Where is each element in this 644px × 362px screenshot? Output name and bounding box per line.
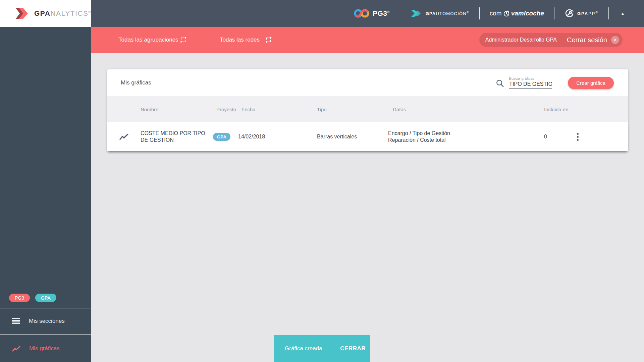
app-logo-comovamicoche[interactable]: com vamicoche — [490, 10, 544, 17]
close-session-icon[interactable]: ✕ — [611, 36, 619, 44]
topbar: PG3® GPAUTOMOCIÓN® com vamicoche — [91, 0, 644, 27]
data-line: Encargo / Tipo de Gestión — [388, 130, 450, 136]
wrench-icon — [565, 9, 574, 18]
user-session-pill: Administrador Desarrollo GPA Cerrar sesi… — [479, 33, 623, 47]
row-included-cell: 0 — [543, 134, 575, 140]
column-header-datos: Datos — [388, 107, 543, 112]
gpapp-label: GPAPP® — [577, 11, 598, 16]
column-header-incluida-en: Incluida en — [543, 107, 575, 112]
sidebar-item-label: Mis secciones — [29, 318, 65, 324]
table-row[interactable]: COSTE MEDIO POR TIPO DE GESTION GPA 14/0… — [107, 122, 628, 151]
row-project-cell: GPA — [213, 133, 238, 141]
topbar-divider — [608, 7, 609, 19]
sidebar-item-label: Mis gráficas — [29, 345, 60, 352]
sidebar: GPANALYTICS® PG3 GPA Mis secciones Mis g… — [0, 0, 91, 362]
line-chart-icon — [119, 133, 128, 140]
toast-message: Gráfica creada — [285, 345, 322, 352]
topbar-divider — [400, 7, 400, 19]
row-data-cell: Encargo / Tipo de Gestión Reparación / C… — [388, 130, 543, 143]
project-badge: GPA — [213, 133, 230, 141]
panel-header: Mis gráficas Buscar gráficas Crear gráfi… — [107, 69, 628, 96]
sidebar-item-mis-graficas[interactable]: Mis gráficas — [0, 335, 91, 362]
clock-icon — [503, 10, 510, 17]
table-header-row: Nombre Proyecto Fecha Tipo Datos Incluid… — [107, 96, 628, 122]
registered-mark: ® — [89, 10, 91, 14]
create-chart-button[interactable]: Crear gráfica — [568, 77, 614, 89]
search-area: Buscar gráficas Crear gráfica — [496, 76, 628, 89]
user-name-label: Administrador Desarrollo GPA — [485, 37, 557, 43]
panel-title: Mis gráficas — [121, 79, 151, 86]
row-chart-type-cell — [107, 133, 141, 140]
app-logo-pg3[interactable]: PG3® — [354, 8, 390, 18]
topbar-divider — [554, 7, 554, 19]
registered-mark: ® — [467, 11, 469, 14]
repeat-arrows-icon[interactable] — [265, 36, 273, 44]
infinity-loops-icon — [354, 8, 369, 18]
row-name-cell: COSTE MEDIO POR TIPO DE GESTION — [141, 130, 213, 143]
search-field: Buscar gráficas — [509, 76, 552, 89]
gpautomocion-label: GPAUTOMOCIÓN® — [426, 11, 469, 16]
column-header-fecha: Fecha — [238, 107, 317, 112]
app-logo-gpautomocion[interactable]: GPAUTOMOCIÓN® — [410, 9, 469, 18]
filter-bar: Todas las agrupaciones Todas las redes A… — [91, 27, 644, 53]
filter-groupings-label[interactable]: Todas las agrupaciones — [118, 37, 178, 43]
search-icon[interactable] — [496, 79, 504, 87]
menu-lines-icon — [12, 318, 20, 324]
registered-mark: ® — [595, 11, 598, 14]
app-logo-gpapp[interactable]: GPAPP® — [565, 9, 598, 18]
search-field-label: Buscar gráficas — [509, 76, 552, 80]
toast-close-button[interactable]: CERRAR — [340, 345, 366, 352]
row-date-cell: 14/02/2018 — [238, 134, 317, 140]
registered-mark: ® — [387, 10, 390, 14]
brand-wordmark: GPANALYTICS® — [34, 9, 91, 17]
badge-pg3[interactable]: PG3 — [9, 294, 30, 302]
collapse-arrow-icon[interactable]: ▲ — [621, 11, 625, 15]
my-charts-panel: Mis gráficas Buscar gráficas Crear gráfi… — [107, 69, 628, 151]
row-type-cell: Barras verticales — [317, 134, 388, 140]
search-input[interactable] — [509, 81, 552, 89]
comovamicoche-label: com vamicoche — [490, 10, 544, 17]
sidebar-badges: PG3 GPA — [9, 294, 56, 302]
line-chart-icon — [12, 346, 20, 352]
filter-networks-label[interactable]: Todas las redes — [220, 37, 260, 43]
sidebar-item-mis-secciones[interactable]: Mis secciones — [0, 308, 91, 335]
double-chevron-icon — [410, 9, 422, 18]
column-header-nombre: Nombre — [141, 107, 213, 112]
column-header-tipo: Tipo — [317, 107, 388, 112]
pg3-label: PG3® — [373, 9, 390, 17]
toast-snackbar: Gráfica creada CERRAR — [274, 335, 370, 362]
badge-gpa[interactable]: GPA — [35, 294, 56, 302]
kebab-menu-icon[interactable] — [576, 132, 580, 142]
repeat-arrows-icon[interactable] — [179, 36, 187, 44]
gpa-arrow-icon — [14, 7, 30, 20]
logout-button[interactable]: Cerrar sesión — [567, 36, 607, 44]
brand-logo[interactable]: GPANALYTICS® — [0, 0, 91, 27]
row-menu-cell — [575, 132, 628, 142]
data-line: Reparación / Coste total — [388, 137, 446, 143]
topbar-divider — [479, 7, 480, 19]
column-header-proyecto: Proyecto — [213, 107, 238, 112]
